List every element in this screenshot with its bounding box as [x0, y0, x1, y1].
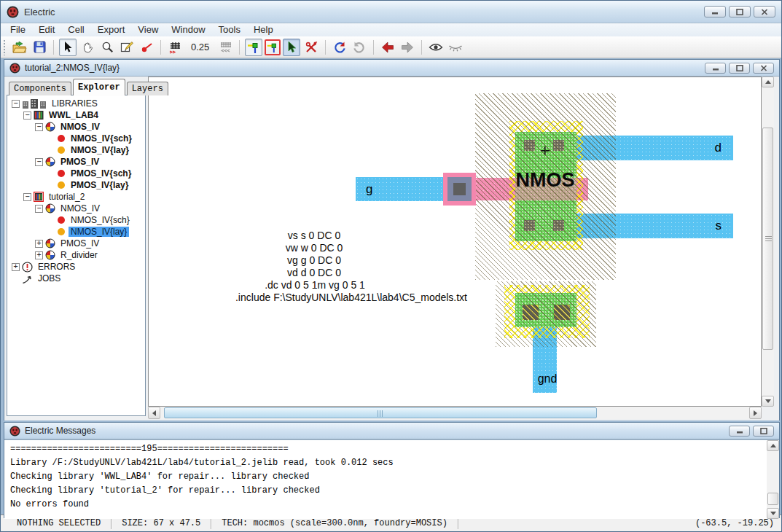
h-scroll-left-arrow[interactable]: [148, 407, 160, 419]
metal-bar-g[interactable]: g: [356, 177, 447, 201]
tree-expand-toggle[interactable]: +: [35, 240, 43, 248]
tab-explorer[interactable]: Explorer: [73, 79, 125, 95]
export-label-d[interactable]: d: [575, 136, 733, 160]
messages-titlebar[interactable]: Electric Messages: [4, 423, 779, 439]
redo-button[interactable]: [351, 39, 368, 56]
tree-item-wwl-lab4[interactable]: −WWL_LAB4: [7, 109, 145, 121]
close-button[interactable]: [754, 6, 775, 17]
go-forward-button[interactable]: [399, 39, 416, 56]
tree-item-jobs[interactable]: JOBS: [7, 273, 145, 284]
messages-log[interactable]: =========================195============…: [4, 440, 767, 519]
messages-maximize-button[interactable]: [753, 426, 774, 437]
select-arrow-button[interactable]: [59, 39, 77, 56]
edit-window-titlebar[interactable]: tutorial_2:NMOS_IV{lay}: [4, 60, 779, 77]
tree-item-nmos-iv-sch-[interactable]: NMOS_IV{sch}: [7, 133, 145, 144]
hide-parts-button[interactable]: [447, 39, 464, 56]
save-library-button[interactable]: [31, 39, 48, 56]
contact-d1[interactable]: [524, 140, 535, 151]
menu-tools[interactable]: Tools: [212, 23, 247, 36]
tree-item-libraries[interactable]: −LIBRARIES: [7, 98, 145, 109]
messages-scroll-up-arrow[interactable]: [767, 440, 779, 451]
see-all-parts-button[interactable]: [427, 39, 445, 56]
menu-view[interactable]: View: [131, 23, 165, 36]
device-name-label[interactable]: NMOS: [507, 168, 583, 192]
tree-expand-toggle[interactable]: −: [23, 112, 31, 120]
menu-window[interactable]: Window: [165, 23, 211, 36]
menu-export[interactable]: Export: [91, 23, 132, 36]
tree-item-label[interactable]: LIBRARIES: [50, 98, 100, 109]
re-export-button[interactable]: [265, 39, 281, 55]
tree-item-nmos-iv-lay-[interactable]: NMOS_IV{lay}: [7, 144, 145, 156]
tree-item-label[interactable]: NMOS_IV: [58, 203, 102, 214]
toggle-grid-button[interactable]: [166, 39, 184, 56]
tree-item-label[interactable]: PMOS_IV: [58, 238, 101, 249]
tree-item-label[interactable]: JOBS: [36, 273, 63, 283]
spice-line[interactable]: vd d 0 DC 0: [287, 267, 341, 278]
tree-item-pmos-iv-lay-[interactable]: PMOS_IV{lay}: [7, 179, 145, 191]
tree-item-nmos-iv-sch-[interactable]: NMOS_IV{sch}: [7, 214, 145, 226]
maximize-button[interactable]: [729, 6, 751, 17]
tree-item-label[interactable]: WWL_LAB4: [47, 110, 101, 120]
metal-bar-s[interactable]: s: [575, 214, 733, 238]
make-export-button[interactable]: [245, 39, 262, 56]
minimize-button[interactable]: [704, 6, 726, 17]
tree-item-r-divider[interactable]: +R_divider: [7, 249, 145, 261]
tree-expand-toggle[interactable]: +: [35, 251, 43, 259]
spice-line[interactable]: .dc vd 0 5 1m vg 0 5 1: [265, 279, 365, 291]
messages-minimize-button[interactable]: [729, 426, 750, 437]
tree-expand-toggle[interactable]: −: [35, 158, 43, 166]
tree-item-nmos-iv-lay-[interactable]: NMOS_IV{lay}: [7, 226, 145, 238]
tree-item-nmos-iv[interactable]: −NMOS_IV: [7, 203, 145, 214]
measure-button[interactable]: [138, 39, 155, 56]
tree-item-label[interactable]: ERRORS: [36, 262, 77, 272]
metal-bar-d[interactable]: d: [575, 136, 733, 160]
toolbar-grip[interactable]: [3, 39, 7, 55]
edit-cell-button[interactable]: [118, 39, 136, 56]
menu-edit[interactable]: Edit: [32, 23, 61, 36]
well-contact-1[interactable]: [523, 305, 539, 320]
contact-s1[interactable]: [524, 220, 535, 231]
v-scrollbar[interactable]: [762, 77, 774, 407]
spice-line[interactable]: vg g 0 DC 0: [287, 254, 341, 266]
messages-scrollbar-thumb[interactable]: [767, 493, 778, 505]
v-scroll-down-arrow[interactable]: [762, 396, 774, 407]
tree-item-errors[interactable]: +ERRORS: [7, 261, 145, 273]
tree-expand-toggle[interactable]: +: [12, 263, 20, 271]
tree-item-pmos-iv[interactable]: +PMOS_IV: [7, 238, 145, 249]
h-scrollbar-thumb[interactable]: [164, 407, 597, 418]
tree-expand-toggle[interactable]: −: [12, 100, 20, 108]
tree-expand-toggle[interactable]: −: [35, 123, 43, 131]
align-to-grid-button[interactable]: [216, 39, 234, 56]
tab-components[interactable]: Components: [9, 82, 71, 95]
menu-cell[interactable]: Cell: [61, 23, 90, 36]
zoom-button[interactable]: [98, 39, 116, 56]
messages-scroll-down-arrow[interactable]: [767, 508, 779, 519]
edit-window-maximize-button[interactable]: [729, 63, 750, 74]
tree-item-pmos-iv-sch-[interactable]: PMOS_IV{sch}: [7, 168, 145, 179]
tree-item-label[interactable]: R_divider: [58, 250, 100, 260]
contact-d2[interactable]: [553, 140, 564, 151]
go-back-button[interactable]: [379, 39, 396, 56]
undo-button[interactable]: [331, 39, 348, 56]
tree-item-label[interactable]: PMOS_IV: [58, 157, 101, 167]
tree-item-label[interactable]: PMOS_IV{sch}: [69, 168, 133, 179]
contact-s2[interactable]: [553, 220, 564, 231]
tree-item-label[interactable]: NMOS_IV{sch}: [69, 133, 134, 144]
select-objects-button[interactable]: [283, 39, 300, 56]
spice-line[interactable]: vs s 0 DC 0: [288, 230, 340, 241]
export-label-gnd[interactable]: gnd: [533, 372, 562, 386]
tree-item-nmos-iv[interactable]: −NMOS_IV: [7, 121, 145, 133]
spice-line[interactable]: vw w 0 DC 0: [286, 242, 343, 254]
tree-item-label[interactable]: PMOS_IV{lay}: [69, 180, 130, 190]
edit-window-minimize-button[interactable]: [705, 63, 726, 74]
tree-item-pmos-iv[interactable]: −PMOS_IV: [7, 156, 145, 168]
h-scroll-right-arrow[interactable]: [749, 407, 762, 419]
tree-item-label[interactable]: NMOS_IV{sch}: [69, 215, 132, 225]
h-scrollbar[interactable]: [148, 407, 762, 419]
spice-line[interactable]: .include F:\StudyUNLV\lab421L\lab4\C5_mo…: [235, 292, 467, 303]
preferences-tools-button[interactable]: [302, 39, 320, 56]
tree-item-label[interactable]: NMOS_IV{lay}: [69, 227, 129, 237]
menu-file[interactable]: File: [4, 23, 32, 36]
well-contact-2[interactable]: [554, 305, 570, 320]
tree-item-label[interactable]: NMOS_IV{lay}: [69, 145, 131, 155]
